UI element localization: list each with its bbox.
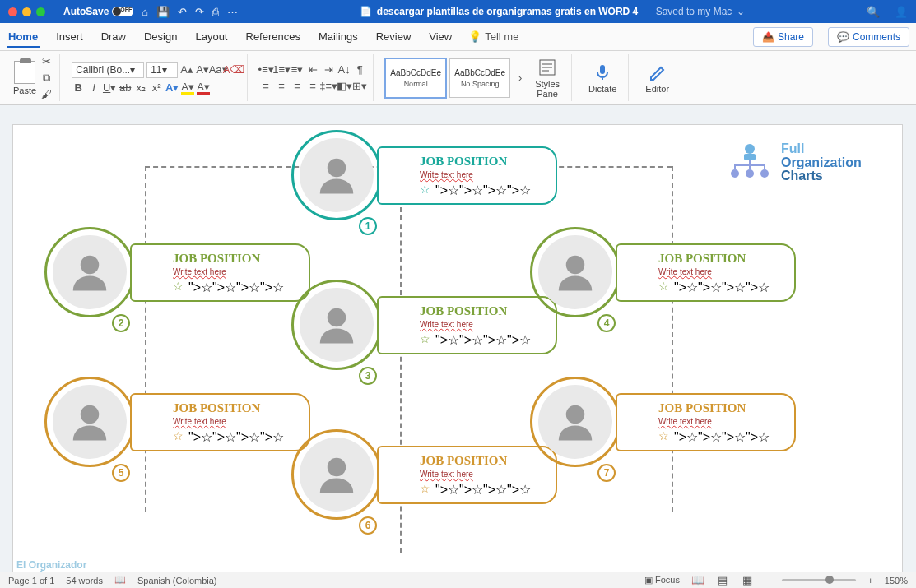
star-rating[interactable]: ☆">☆">☆">☆">☆ <box>420 183 531 198</box>
node-label-card[interactable]: JOB POSITION Write text here ☆">☆">☆">☆"… <box>130 393 310 451</box>
font-color-icon[interactable]: A▾ <box>197 81 210 95</box>
minimize-window-button[interactable] <box>22 7 31 16</box>
comments-button[interactable]: 💬Comments <box>828 27 909 47</box>
zoom-level[interactable]: 150% <box>885 576 908 586</box>
zoom-in-button[interactable]: + <box>867 576 872 586</box>
tab-insert[interactable]: Insert <box>54 25 85 48</box>
style-normal[interactable]: AaBbCcDdEe Normal <box>385 58 446 98</box>
clear-format-icon[interactable]: A⌫ <box>227 63 240 76</box>
dictate-group: Dictate <box>577 54 629 101</box>
styles-more-icon[interactable]: › <box>514 72 527 85</box>
status-language[interactable]: Spanish (Colombia) <box>137 576 217 586</box>
tab-view[interactable]: View <box>427 25 453 48</box>
align-left-icon[interactable]: ≡ <box>259 80 272 93</box>
avatar-placeholder[interactable] <box>538 235 612 309</box>
document-area[interactable]: Full Organization Charts 1 JOB POSITION … <box>0 105 916 572</box>
font-size-select[interactable]: 11▾ <box>146 62 178 78</box>
chevron-down-icon[interactable]: ⌄ <box>737 6 745 17</box>
status-words[interactable]: 54 words <box>66 576 103 586</box>
underline-button[interactable]: U▾ <box>103 81 116 95</box>
bold-button[interactable]: B <box>72 81 85 95</box>
tab-design[interactable]: Design <box>142 25 179 48</box>
maximize-window-button[interactable] <box>36 7 45 16</box>
autosave-toggle[interactable]: AutoSave OFF <box>63 6 133 17</box>
tab-review[interactable]: Review <box>374 25 413 48</box>
highlight-icon[interactable]: A▾ <box>181 81 194 95</box>
share-button[interactable]: 📤Share <box>753 27 813 47</box>
text-effects-icon[interactable]: A▾ <box>165 81 179 95</box>
indent-icon[interactable]: ⇥ <box>322 63 335 76</box>
node-label-card[interactable]: JOB POSITION Write text here ☆">☆">☆">☆"… <box>377 296 557 354</box>
font-name-select[interactable]: Calibri (Bo...▾ <box>72 62 144 78</box>
spacing-icon[interactable]: ‡≡▾ <box>322 80 335 93</box>
avatar-placeholder[interactable] <box>300 138 374 212</box>
print-layout-icon[interactable]: ▤ <box>716 574 729 587</box>
multilevel-icon[interactable]: ≡▾ <box>291 63 304 76</box>
style-no-spacing[interactable]: AaBbCcDdEe No Spacing <box>449 58 510 98</box>
pilcrow-icon[interactable]: ¶ <box>353 63 366 76</box>
justify-icon[interactable]: ≡ <box>306 80 319 93</box>
superscript-button[interactable]: x² <box>150 81 163 95</box>
dictate-button[interactable]: Dictate <box>584 63 621 94</box>
undo-icon[interactable]: ↶ <box>178 6 187 18</box>
home-icon[interactable]: ⌂ <box>142 6 148 18</box>
page-canvas[interactable]: Full Organization Charts 1 JOB POSITION … <box>13 125 902 572</box>
avatar-placeholder[interactable] <box>538 385 612 459</box>
editor-button[interactable]: Editor <box>640 63 674 94</box>
node-label-card[interactable]: JOB POSITION Write text here ☆">☆">☆">☆"… <box>130 243 310 302</box>
status-page[interactable]: Page 1 of 1 <box>8 576 54 586</box>
format-painter-icon[interactable]: 🖌 <box>40 88 53 101</box>
account-icon[interactable]: 👤 <box>895 6 908 18</box>
web-layout-icon[interactable]: ▦ <box>741 574 754 587</box>
focus-mode-button[interactable]: ▣ Focus <box>644 575 680 586</box>
spellcheck-icon[interactable]: 📖 <box>114 575 126 586</box>
star-rating[interactable]: ☆">☆">☆">☆">☆ <box>173 280 284 295</box>
sort-icon[interactable]: A↓ <box>337 63 351 76</box>
tell-me[interactable]: 💡Tell me <box>468 30 518 43</box>
more-icon[interactable]: ⋯ <box>227 6 238 18</box>
search-icon[interactable]: 🔍 <box>867 6 880 18</box>
tab-home[interactable]: Home <box>7 25 40 48</box>
star-rating[interactable]: ☆">☆">☆">☆">☆ <box>173 429 284 445</box>
node-label-card[interactable]: JOB POSITION Write text here ☆">☆">☆">☆"… <box>616 243 796 302</box>
clipboard-icon <box>14 61 35 84</box>
grow-font-icon[interactable]: A▴ <box>180 63 193 76</box>
node-label-card[interactable]: JOB POSITION Write text here ☆">☆">☆">☆"… <box>616 393 796 451</box>
numbered-icon[interactable]: 1≡▾ <box>275 63 288 76</box>
save-icon[interactable]: 💾 <box>156 6 170 18</box>
star-rating[interactable]: ☆">☆">☆">☆">☆ <box>658 280 770 295</box>
star-rating[interactable]: ☆">☆">☆">☆">☆ <box>658 429 770 445</box>
zoom-out-button[interactable]: − <box>765 576 770 586</box>
read-mode-icon[interactable]: 📖 <box>691 574 704 587</box>
shading-icon[interactable]: ◧▾ <box>337 80 351 93</box>
close-window-button[interactable] <box>8 7 17 16</box>
tab-layout[interactable]: Layout <box>193 25 229 48</box>
avatar-placeholder[interactable] <box>300 288 374 362</box>
tab-draw[interactable]: Draw <box>100 25 128 48</box>
tab-mailings[interactable]: Mailings <box>317 25 360 48</box>
paste-button[interactable]: Paste <box>13 61 36 95</box>
star-rating[interactable]: ☆">☆">☆">☆">☆ <box>420 482 531 498</box>
cut-icon[interactable]: ✂ <box>40 55 53 68</box>
zoom-slider[interactable] <box>782 579 856 581</box>
bullets-icon[interactable]: •≡▾ <box>259 63 272 76</box>
strike-button[interactable]: ab <box>119 81 132 95</box>
align-center-icon[interactable]: ≡ <box>275 80 288 93</box>
avatar-placeholder[interactable] <box>53 235 127 309</box>
align-right-icon[interactable]: ≡ <box>291 80 304 93</box>
styles-pane-button[interactable]: Styles Pane <box>530 58 565 99</box>
avatar-placeholder[interactable] <box>53 385 127 459</box>
redo-icon[interactable]: ↷ <box>195 6 204 18</box>
shrink-font-icon[interactable]: A▾ <box>196 63 209 76</box>
node-label-card[interactable]: JOB POSITION Write text here ☆">☆">☆">☆"… <box>377 446 557 504</box>
subscript-button[interactable]: x₂ <box>134 81 147 95</box>
borders-icon[interactable]: ⊞▾ <box>353 80 366 93</box>
node-label-card[interactable]: JOB POSITION Write text here ☆">☆">☆">☆"… <box>377 146 557 205</box>
tab-references[interactable]: References <box>244 25 302 48</box>
italic-button[interactable]: I <box>87 81 100 95</box>
copy-icon[interactable]: ⧉ <box>40 72 53 85</box>
avatar-placeholder[interactable] <box>300 438 374 512</box>
print-icon[interactable]: ⎙ <box>212 6 219 18</box>
outdent-icon[interactable]: ⇤ <box>306 63 319 76</box>
star-rating[interactable]: ☆">☆">☆">☆">☆ <box>420 332 531 348</box>
